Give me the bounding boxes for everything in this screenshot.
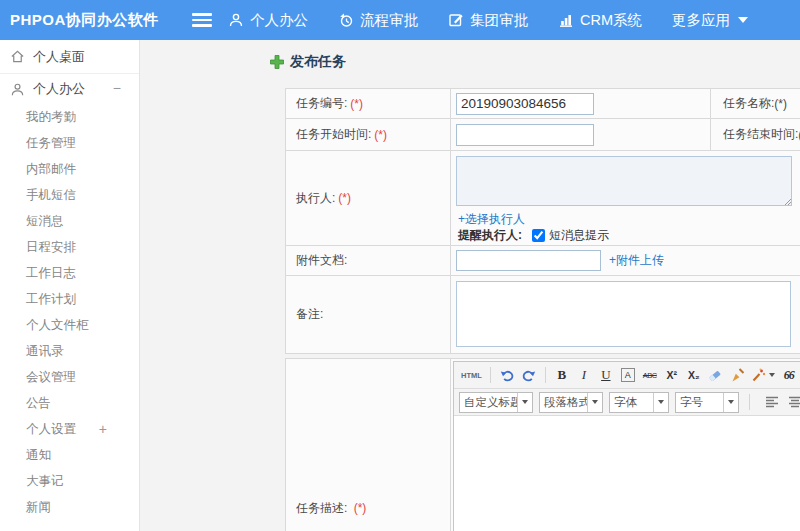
sidebar-item-notification[interactable]: 通知 [0,442,139,468]
sidebar-item-meeting[interactable]: 会议管理 [0,364,139,390]
bold-button[interactable]: B [552,365,572,385]
caret-down-icon [517,393,532,412]
sidebar-item-milestones[interactable]: 大事记 [0,468,139,494]
person-icon [228,12,244,28]
editor-toolbar-row2: 自定义标题 段落格式 字体 字号 [454,389,800,416]
undo-button[interactable] [497,365,517,385]
sidebar-group-label: 个人办公 [33,80,85,98]
attachment-input[interactable] [456,250,601,271]
sidebar-item-task-management[interactable]: 任务管理 [0,130,139,156]
nav-label: 个人办公 [250,11,308,30]
editor-content-area[interactable] [454,416,800,531]
editor-toolbar-row1: HTML B I U A ABC X² X₂ [454,362,800,389]
eraser-button[interactable] [706,365,726,385]
underline-button[interactable]: U [596,365,616,385]
format-brush-icon[interactable] [728,365,748,385]
nav-more-apps[interactable]: 更多应用 [672,11,748,30]
sidebar-item-personal-settings[interactable]: 个人设置 + [0,416,139,442]
executor-textarea[interactable] [456,156,792,206]
task-form: 任务编号: (*) 任务名称: (*) 任务开始时间: (*) 任务结束时间: … [285,88,800,354]
process-approval-icon [338,12,354,28]
menu-icon[interactable] [192,13,212,27]
attachment-label: 附件文档: [286,246,451,275]
choose-executor-link[interactable]: +选择执行人 [458,211,525,228]
task-name-label: 任务名称: (*) [711,89,800,118]
italic-button[interactable]: I [574,365,594,385]
task-no-input[interactable] [456,93,594,115]
description-label: 任务描述: (*) [296,500,366,517]
nav-process-approval[interactable]: 流程审批 [338,11,418,30]
end-time-label: 任务结束时间: (*) [711,119,800,150]
sms-remind-checkbox[interactable] [532,229,545,242]
sidebar-item-sms[interactable]: 手机短信 [0,182,139,208]
caret-down-icon [738,17,748,23]
sidebar-item-short-message[interactable]: 短消息 [0,208,139,234]
subscript-button[interactable]: X₂ [684,365,704,385]
sidebar-item-news[interactable]: 新闻 [0,494,139,520]
sidebar-item-announcement[interactable]: 公告 [0,390,139,416]
sidebar-item-label: 个人桌面 [33,48,85,66]
redo-button[interactable] [519,365,539,385]
sidebar-item-desktop[interactable]: 个人桌面 [0,40,139,74]
required-mark: (*) [374,128,387,142]
person-icon [10,82,25,97]
bar-chart-icon [558,12,574,28]
start-time-label: 任务开始时间: (*) [286,119,451,150]
executor-label: 执行人: (*) [286,151,451,245]
nav-label: 更多应用 [672,11,730,30]
sidebar-item-schedule[interactable]: 日程安排 [0,234,139,260]
html-source-button[interactable]: HTML [459,365,484,385]
description-section: 任务描述: (*) HTML B I [285,358,800,531]
nav-group-approval[interactable]: 集团审批 [448,11,528,30]
text-style-button[interactable]: A [618,365,638,385]
align-center-button[interactable] [785,392,800,412]
sidebar-item-attendance[interactable]: 我的考勤 [0,104,139,130]
paragraph-format-select[interactable]: 段落格式 [539,392,603,413]
start-time-input[interactable] [456,124,594,146]
home-icon [10,49,25,64]
nav-label: 集团审批 [470,11,528,30]
expand-icon[interactable]: + [99,421,107,437]
page-title: 发布任务 [290,53,346,71]
caret-down-icon [769,373,775,377]
auto-typeset-button[interactable] [750,365,777,385]
required-mark: (*) [774,97,787,111]
collapse-icon[interactable]: − [113,80,121,96]
font-size-select[interactable]: 字号 [675,392,739,413]
blockquote-button[interactable]: 66 [779,365,799,385]
app-title: PHPOA协同办公软件 [10,0,159,40]
attachment-upload-link[interactable]: +附件上传 [609,252,664,269]
custom-heading-select[interactable]: 自定义标题 [459,392,533,413]
sidebar: 个人桌面 个人办公 − 我的考勤 任务管理 内部邮件 手机短信 短消息 日程安排… [0,40,140,531]
required-mark: (*) [354,501,367,515]
nav-personal-office[interactable]: 个人办公 [228,11,308,30]
caret-down-icon [587,393,602,412]
app-window: PHPOA协同办公软件 个人办公 流程审批 集团审批 [0,0,800,531]
rich-text-editor: HTML B I U A ABC X² X₂ [453,361,800,531]
sidebar-item-work-plan[interactable]: 工作计划 [0,286,139,312]
remind-executor-label: 提醒执行人: [458,227,522,244]
sidebar-item-file-cabinet[interactable]: 个人文件柜 [0,312,139,338]
sidebar-group-personal-office[interactable]: 个人办公 − [0,74,139,104]
topbar: PHPOA协同办公软件 个人办公 流程审批 集团审批 [0,0,800,40]
top-navigation: 个人办公 流程审批 集团审批 CRM系统 更多应用 [228,0,748,40]
remark-label: 备注: [286,276,451,353]
align-left-button[interactable] [762,392,782,412]
nav-crm-system[interactable]: CRM系统 [558,11,642,30]
caret-down-icon [723,393,738,412]
font-family-select[interactable]: 字体 [609,392,669,413]
sidebar-item-contacts[interactable]: 通讯录 [0,338,139,364]
sidebar-item-work-log[interactable]: 工作日志 [0,260,139,286]
sidebar-item-internal-mail[interactable]: 内部邮件 [0,156,139,182]
task-no-label: 任务编号: (*) [286,89,451,118]
resize-grip-icon[interactable] [784,198,792,206]
required-mark: (*) [350,97,363,111]
edit-icon [448,12,464,28]
nav-label: 流程审批 [360,11,418,30]
sms-remind-label: 短消息提示 [549,227,609,244]
nav-label: CRM系统 [580,11,642,30]
strikethrough-button[interactable]: ABC [640,365,660,385]
superscript-button[interactable]: X² [662,365,682,385]
remark-textarea[interactable] [456,281,791,347]
required-mark: (*) [338,191,351,205]
